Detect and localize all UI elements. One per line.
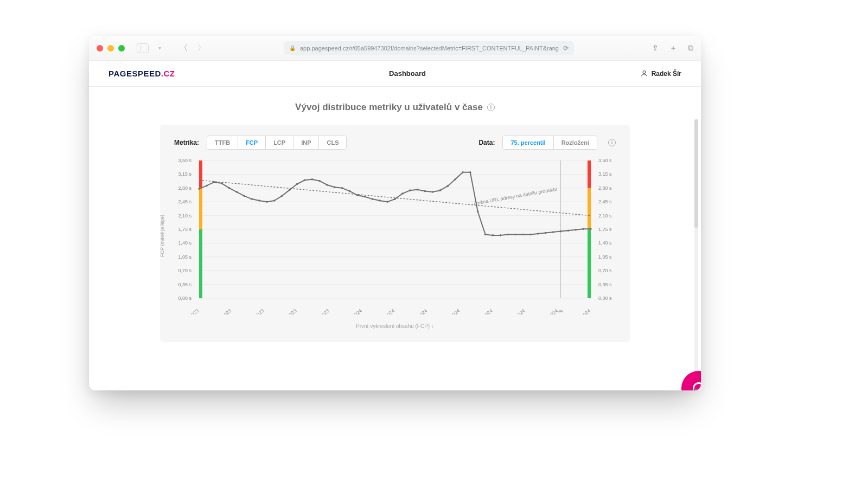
svg-point-60 xyxy=(326,184,328,186)
x-axis-label: První vykreslení obsahu (FCP) ↓ xyxy=(164,323,626,329)
svg-point-81 xyxy=(484,234,487,236)
svg-rect-34 xyxy=(199,160,202,188)
x-tick: 7/2024 xyxy=(544,308,559,314)
svg-point-56 xyxy=(296,183,298,185)
forward-button[interactable]: 〉 xyxy=(197,43,206,53)
x-tick: 2/2024 xyxy=(381,308,396,314)
svg-rect-36 xyxy=(199,229,202,298)
svg-text:3,15 s: 3,15 s xyxy=(598,171,612,177)
x-tick: 3/2024 xyxy=(413,308,429,314)
svg-text:3,50 s: 3,50 s xyxy=(178,158,192,163)
share-icon[interactable]: ⇪ xyxy=(652,43,659,53)
close-window-button[interactable] xyxy=(97,45,103,52)
seg-rozlo-en-[interactable]: Rozložení xyxy=(554,136,597,149)
svg-point-86 xyxy=(522,234,524,236)
scrollbar-thumb[interactable] xyxy=(694,119,698,228)
seg-fcp[interactable]: FCP xyxy=(238,136,266,149)
seg-75-percentil[interactable]: 75. percentil xyxy=(503,136,553,149)
svg-point-63 xyxy=(349,190,351,192)
svg-text:0,70 s: 0,70 s xyxy=(178,268,192,273)
svg-point-47 xyxy=(228,187,231,189)
svg-point-94 xyxy=(582,228,584,230)
svg-text:0,35 s: 0,35 s xyxy=(178,282,192,287)
svg-point-45 xyxy=(213,181,215,183)
seg-cls[interactable]: CLS xyxy=(319,136,346,149)
scrollbar[interactable] xyxy=(694,119,698,390)
info-icon[interactable]: i xyxy=(608,139,616,146)
tabs-icon[interactable]: ⧉ xyxy=(688,43,693,53)
svg-text:3,15 s: 3,15 s xyxy=(178,171,192,177)
svg-text:0,35 s: 0,35 s xyxy=(598,282,612,287)
address-bar[interactable]: 🔒 app.pagespeed.cz/r/05a59947302f/domain… xyxy=(284,41,574,55)
minimize-window-button[interactable] xyxy=(107,45,114,52)
chart-card: Metrika: TTFBFCPLCPINPCLS Data: 75. perc… xyxy=(160,125,630,342)
chat-icon xyxy=(693,382,701,390)
data-segmented: 75. percentilRozložení xyxy=(502,136,597,150)
svg-point-72 xyxy=(417,189,419,191)
svg-point-78 xyxy=(462,171,464,174)
svg-point-51 xyxy=(258,200,260,202)
svg-point-85 xyxy=(514,234,516,236)
chat-fab[interactable] xyxy=(681,371,701,390)
seg-inp[interactable]: INP xyxy=(293,136,319,149)
x-tick: 5/2024 xyxy=(478,308,494,314)
svg-text:2,45 s: 2,45 s xyxy=(178,199,192,204)
svg-point-66 xyxy=(372,198,374,200)
new-tab-icon[interactable]: ＋ xyxy=(669,43,677,53)
svg-point-79 xyxy=(469,171,471,174)
svg-text:☁: ☁ xyxy=(557,306,564,314)
svg-rect-39 xyxy=(588,229,591,298)
seg-lcp[interactable]: LCP xyxy=(266,136,293,149)
svg-point-90 xyxy=(552,231,554,233)
section-title: Vývoj distribuce metriky u uživatelů v č… xyxy=(295,102,483,113)
svg-point-54 xyxy=(281,195,283,197)
svg-text:0,00 s: 0,00 s xyxy=(598,296,612,301)
svg-point-74 xyxy=(432,191,434,193)
reload-icon[interactable]: ⟳ xyxy=(563,44,569,52)
svg-point-57 xyxy=(304,179,306,181)
y-axis-label: FCP (méně je lépe) xyxy=(159,215,165,257)
sidebar-toggle-button[interactable] xyxy=(137,43,149,53)
svg-text:1,40 s: 1,40 s xyxy=(598,240,612,246)
svg-point-95 xyxy=(590,228,592,230)
svg-point-84 xyxy=(507,234,509,236)
svg-point-73 xyxy=(424,190,426,192)
svg-text:1,75 s: 1,75 s xyxy=(178,227,192,232)
data-label: Data: xyxy=(478,139,495,146)
x-tick: 12/2023 xyxy=(314,308,330,314)
x-tick: 8/2024 xyxy=(577,308,592,314)
x-tick: 4/2024 xyxy=(446,308,461,314)
svg-point-55 xyxy=(289,189,291,191)
back-button[interactable]: 〈 xyxy=(180,43,188,53)
svg-point-65 xyxy=(364,196,366,198)
svg-point-59 xyxy=(318,180,321,182)
x-tick: 8/2023 xyxy=(185,308,200,314)
user-menu[interactable]: Radek Šír xyxy=(640,69,681,78)
svg-text:1,05 s: 1,05 s xyxy=(598,254,612,260)
url-text: app.pagespeed.cz/r/05a59947302f/domains?… xyxy=(300,45,559,52)
window-traffic-lights[interactable] xyxy=(97,45,125,52)
svg-point-76 xyxy=(446,185,449,187)
metric-segmented: TTFBFCPLCPINPCLS xyxy=(207,136,347,150)
lock-icon: 🔒 xyxy=(289,45,296,51)
svg-point-91 xyxy=(560,230,562,233)
svg-text:0,00 s: 0,00 s xyxy=(178,296,192,301)
svg-point-46 xyxy=(221,182,223,184)
x-tick: 10/2023 xyxy=(248,308,265,314)
svg-point-75 xyxy=(439,189,442,191)
svg-rect-35 xyxy=(199,188,202,229)
seg-ttfb[interactable]: TTFB xyxy=(207,136,238,149)
svg-point-71 xyxy=(409,189,411,191)
x-tick: 11/2023 xyxy=(280,308,297,314)
user-name: Radek Šír xyxy=(652,70,681,78)
svg-text:0,70 s: 0,70 s xyxy=(598,268,612,273)
brand-logo[interactable]: PAGESPEED.CZ xyxy=(108,69,175,78)
svg-point-0 xyxy=(643,71,646,74)
info-icon[interactable]: i xyxy=(487,104,495,111)
svg-text:1,75 s: 1,75 s xyxy=(598,227,612,232)
svg-point-80 xyxy=(477,211,479,213)
svg-text:2,80 s: 2,80 s xyxy=(598,185,612,191)
svg-point-88 xyxy=(537,233,539,235)
maximize-window-button[interactable] xyxy=(118,45,125,52)
svg-point-48 xyxy=(236,191,238,193)
